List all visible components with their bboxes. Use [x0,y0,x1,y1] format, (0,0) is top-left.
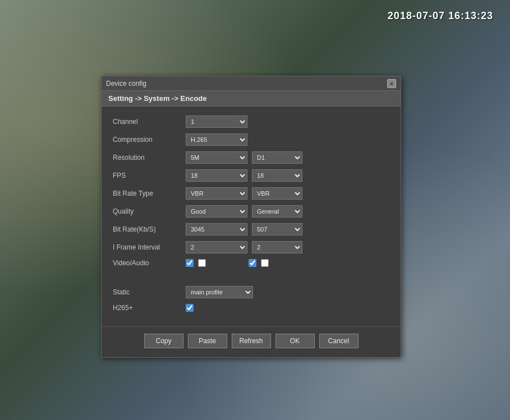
compression-label: Compression [113,136,186,144]
h265plus-label: H265+ [113,304,186,312]
channel-select[interactable]: 1 2 3 4 [186,116,247,128]
bit-rate-type-label: Bit Rate Type [113,190,186,197]
channel-controls: 1 2 3 4 [186,116,389,128]
resolution-secondary-select[interactable]: D1 CIF QCIF [252,151,302,164]
audio-secondary-checkbox[interactable] [261,259,269,267]
bit-rate-row: Bit Rate(Kb/S) 3045 2048 1536 1024 768 5… [113,223,389,236]
iframe-interval-label: I Frame Interval [113,243,186,251]
breadcrumb: Setting -> System -> Encode [108,94,207,103]
static-select[interactable]: main profile baseline high [186,286,253,298]
bit-rate-secondary-select[interactable]: 507 384 256 128 [252,223,302,236]
fps-controls: 18 15 12 10 5 1 18 15 12 10 5 1 [186,169,389,182]
bit-rate-type-main-select[interactable]: VBR CBR [186,187,247,200]
quality-secondary-select[interactable]: Lowest Lower Low General Good Better Bes… [252,205,302,218]
video-audio-secondary-group [249,259,269,267]
close-button[interactable]: × [387,79,396,88]
fps-secondary-select[interactable]: 18 15 12 10 5 1 [252,169,302,182]
refresh-button[interactable]: Refresh [232,334,271,348]
compression-row: Compression H.265 H.264 MJPEG [113,133,389,146]
separator [113,273,389,281]
dialog-header: Setting -> System -> Encode [102,91,401,107]
video-audio-row: Video/Audio [113,259,389,267]
fps-main-select[interactable]: 18 15 12 10 5 1 [186,169,247,182]
dialog-titlebar: Device config × [102,76,401,91]
timestamp: 2018-07-07 16:13:23 [388,10,493,22]
device-config-dialog: Device config × Setting -> System -> Enc… [101,76,401,358]
copy-button[interactable]: Copy [144,334,183,348]
quality-label: Quality [113,207,186,215]
paste-button[interactable]: Paste [188,334,227,348]
fps-row: FPS 18 15 12 10 5 1 18 15 12 10 5 1 [113,169,389,182]
bit-rate-type-controls: VBR CBR VBR CBR [186,187,389,200]
ok-button[interactable]: OK [275,334,315,348]
dialog-title: Device config [106,80,146,87]
h265plus-checkbox[interactable] [186,304,194,312]
video-audio-label: Video/Audio [113,259,186,267]
quality-main-select[interactable]: Lowest Lower Low General Good Better Bes… [186,205,247,218]
static-label: Static [113,288,186,296]
h265plus-row: H265+ [113,304,389,312]
bottom-buttons: Copy Paste Refresh OK Cancel [102,326,401,357]
bit-rate-label: Bit Rate(Kb/S) [113,225,186,233]
resolution-main-select[interactable]: 5M 4M 3M 1080P 720P D1 [186,151,247,164]
bit-rate-main-select[interactable]: 3045 2048 1536 1024 768 512 [186,223,247,236]
iframe-interval-row: I Frame Interval 1 2 3 4 5 1 2 3 4 5 [113,241,389,253]
resolution-label: Resolution [113,154,186,161]
resolution-controls: 5M 4M 3M 1080P 720P D1 D1 CIF QCIF [186,151,389,164]
video-main-checkbox[interactable] [186,259,194,267]
quality-controls: Lowest Lower Low General Good Better Bes… [186,205,389,218]
quality-row: Quality Lowest Lower Low General Good Be… [113,205,389,218]
bit-rate-type-row: Bit Rate Type VBR CBR VBR CBR [113,187,389,200]
fps-label: FPS [113,172,186,179]
video-secondary-checkbox[interactable] [249,259,256,267]
channel-row: Channel 1 2 3 4 [113,116,389,128]
audio-main-checkbox[interactable] [198,259,206,267]
static-row: Static main profile baseline high [113,286,389,298]
iframe-interval-secondary-select[interactable]: 1 2 3 4 5 [252,241,302,253]
channel-label: Channel [113,118,186,126]
compression-select[interactable]: H.265 H.264 MJPEG [186,133,247,146]
iframe-interval-main-select[interactable]: 1 2 3 4 5 [186,241,247,253]
iframe-interval-controls: 1 2 3 4 5 1 2 3 4 5 [186,241,389,253]
static-controls: main profile baseline high [186,286,389,298]
cancel-button[interactable]: Cancel [319,334,359,348]
resolution-row: Resolution 5M 4M 3M 1080P 720P D1 D1 CIF… [113,151,389,164]
bit-rate-type-secondary-select[interactable]: VBR CBR [252,187,302,200]
video-audio-main-group [186,259,206,267]
video-audio-controls [186,259,389,267]
dialog-body: Channel 1 2 3 4 Compression H.265 H.264 … [102,107,401,326]
compression-controls: H.265 H.264 MJPEG [186,133,389,146]
bit-rate-controls: 3045 2048 1536 1024 768 512 507 384 256 … [186,223,389,236]
h265plus-controls [186,304,389,312]
